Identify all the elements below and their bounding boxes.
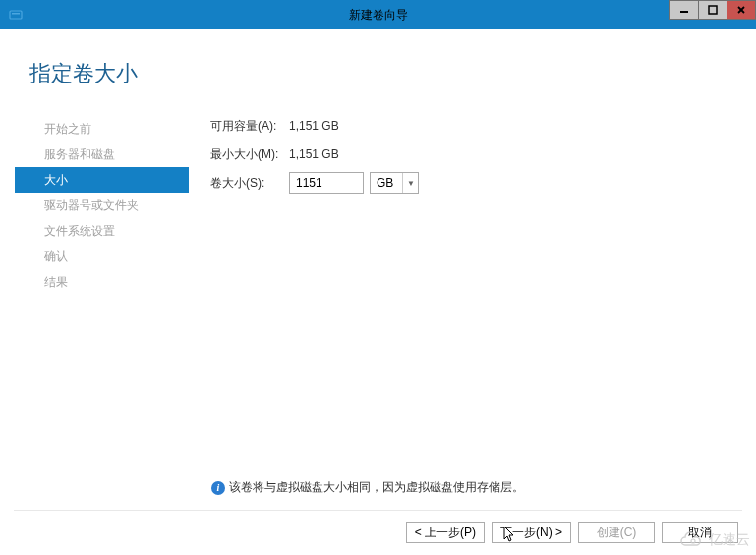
info-row: i 该卷将与虚拟磁盘大小相同，因为虚拟磁盘使用存储层。 <box>211 479 524 496</box>
sidebar-item-server-disk[interactable]: 服务器和磁盘 <box>0 141 189 167</box>
sidebar-item-size[interactable]: 大小 <box>15 167 189 193</box>
min-row: 最小大小(M): 1,151 GB <box>210 144 756 164</box>
titlebar: 新建卷向导 <box>0 0 756 29</box>
unit-value: GB <box>377 176 393 190</box>
app-icon <box>8 7 24 23</box>
available-value: 1,151 GB <box>289 119 339 133</box>
main-area: 开始之前 服务器和磁盘 大小 驱动器号或文件夹 文件系统设置 确认 结果 可用容… <box>0 116 756 295</box>
available-label: 可用容量(A): <box>210 118 289 135</box>
size-row: 卷大小(S): GB ▼ <box>210 173 756 193</box>
svg-rect-1 <box>12 13 20 15</box>
button-bar: < 上一步(P) 下一步(N) > 创建(C) 取消 <box>406 522 738 543</box>
maximize-button[interactable] <box>698 0 727 20</box>
min-label: 最小大小(M): <box>210 146 289 163</box>
info-text: 该卷将与虚拟磁盘大小相同，因为虚拟磁盘使用存储层。 <box>229 479 524 496</box>
sidebar-item-filesystem[interactable]: 文件系统设置 <box>0 218 189 244</box>
window-title: 新建卷向导 <box>349 7 408 24</box>
size-label: 卷大小(S): <box>210 175 289 192</box>
separator <box>14 510 742 511</box>
create-button[interactable]: 创建(C) <box>578 522 655 543</box>
available-row: 可用容量(A): 1,151 GB <box>210 116 756 136</box>
size-input[interactable] <box>289 172 364 194</box>
next-button[interactable]: 下一步(N) > <box>492 522 571 543</box>
form-area: 可用容量(A): 1,151 GB 最小大小(M): 1,151 GB 卷大小(… <box>189 116 756 295</box>
prev-button[interactable]: < 上一步(P) <box>406 522 485 543</box>
sidebar-item-result[interactable]: 结果 <box>0 269 189 295</box>
unit-select[interactable]: GB ▼ <box>370 172 419 194</box>
cancel-button[interactable]: 取消 <box>662 522 738 543</box>
sidebar-item-before[interactable]: 开始之前 <box>0 116 189 141</box>
content: 指定卷大小 开始之前 服务器和磁盘 大小 驱动器号或文件夹 文件系统设置 确认 … <box>0 29 756 555</box>
close-button[interactable] <box>727 0 756 20</box>
page-title: 指定卷大小 <box>0 29 756 88</box>
sidebar-item-drive-letter[interactable]: 驱动器号或文件夹 <box>0 193 189 218</box>
min-value: 1,151 GB <box>289 147 339 161</box>
sidebar: 开始之前 服务器和磁盘 大小 驱动器号或文件夹 文件系统设置 确认 结果 <box>0 116 189 295</box>
info-icon: i <box>211 481 225 495</box>
chevron-down-icon: ▼ <box>402 173 415 193</box>
window-controls <box>670 0 756 20</box>
sidebar-item-confirm[interactable]: 确认 <box>0 244 189 269</box>
minimize-button[interactable] <box>669 0 699 20</box>
svg-rect-0 <box>10 11 22 19</box>
svg-rect-3 <box>709 6 717 14</box>
